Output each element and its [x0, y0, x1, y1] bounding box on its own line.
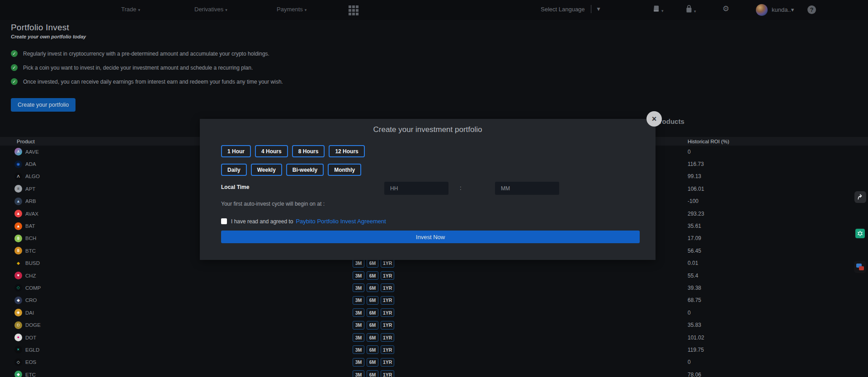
roi-value: 0	[688, 149, 868, 155]
coin-icon: ◇	[14, 284, 22, 292]
period-button-6m[interactable]: 6M	[367, 271, 378, 280]
option-button-8-hours[interactable]: 8 Hours	[292, 145, 325, 157]
period-button-6m[interactable]: 6M	[367, 333, 378, 342]
table-row[interactable]: × EGLD 3M6M1YR 119.75	[0, 344, 868, 356]
user-menu[interactable]: kunda..▾	[772, 6, 794, 13]
option-button-weekly[interactable]: Weekly	[251, 164, 282, 176]
period-buttons: 3M6M1YR	[339, 283, 688, 292]
nav-trade[interactable]: Trade▾	[121, 6, 140, 13]
option-button-12-hours[interactable]: 12 Hours	[329, 145, 364, 157]
product-cell: ◇ COMP	[0, 284, 339, 292]
roi-value: 55.4	[688, 273, 868, 279]
period-button-3m[interactable]: 3M	[353, 370, 364, 377]
create-portfolio-button[interactable]: Create your portfolio	[11, 98, 75, 112]
gpt-widget-icon[interactable]	[854, 227, 866, 240]
coin-symbol: ALGO	[25, 174, 40, 179]
coin-icon: ◈	[14, 309, 22, 316]
coin-symbol: BTC	[25, 248, 36, 254]
coin-symbol: EGLD	[25, 347, 39, 353]
product-cell: ◆ ETC	[0, 371, 339, 377]
option-button-monthly[interactable]: Monthly	[328, 164, 361, 176]
period-button-3m[interactable]: 3M	[353, 259, 364, 268]
period-button-3m[interactable]: 3M	[353, 271, 364, 280]
table-row[interactable]: ◆ CRO 3M6M1YR 68.75	[0, 294, 868, 306]
period-button-1yr[interactable]: 1YR	[381, 321, 394, 330]
modal-title: Create your investment portfolio	[200, 119, 656, 134]
period-buttons: 3M6M1YR	[339, 259, 688, 268]
period-button-6m[interactable]: 6M	[367, 296, 378, 305]
top-navbar: Trade▾ Derivatives▾ Payments▾ Select Lan…	[0, 0, 868, 20]
period-button-6m[interactable]: 6M	[367, 345, 378, 354]
period-button-1yr[interactable]: 1YR	[381, 271, 394, 280]
language-caret-icon[interactable]: ▼	[596, 6, 601, 12]
hour-input[interactable]	[384, 182, 448, 195]
roi-value: 99.13	[688, 173, 868, 179]
option-button-1-hour[interactable]: 1 Hour	[221, 145, 251, 157]
orders-book-icon[interactable]: ▾	[652, 5, 664, 14]
coin-icon: ฿	[14, 235, 22, 242]
period-button-1yr[interactable]: 1YR	[381, 358, 394, 367]
period-button-3m[interactable]: 3M	[353, 345, 364, 354]
coin-symbol: COMP	[25, 285, 41, 291]
coin-icon: ◆	[14, 259, 22, 267]
roi-value: 101.02	[688, 335, 868, 341]
coin-symbol: CHZ	[25, 273, 36, 278]
period-button-3m[interactable]: 3M	[353, 308, 364, 317]
chevron-down-icon: ▾	[791, 6, 794, 13]
period-button-3m[interactable]: 3M	[353, 296, 364, 305]
period-button-1yr[interactable]: 1YR	[381, 296, 394, 305]
table-row[interactable]: ● DOT 3M6M1YR 101.02	[0, 331, 868, 344]
nav-payments[interactable]: Payments▾	[277, 6, 307, 13]
local-time-label: Local Time	[221, 184, 249, 190]
table-row[interactable]: ◇ EOS 3M6M1YR 0	[0, 356, 868, 368]
wallet-bag-icon[interactable]: ▾	[685, 5, 696, 15]
table-row[interactable]: ◈ DAI 3M6M1YR 0	[0, 306, 868, 319]
language-selector[interactable]: Select Language	[541, 6, 585, 13]
apps-grid-icon[interactable]	[349, 5, 359, 15]
product-cell: ◆ BUSD	[0, 259, 339, 267]
period-button-6m[interactable]: 6M	[367, 283, 378, 292]
period-button-3m[interactable]: 3M	[353, 321, 364, 330]
avatar[interactable]	[756, 4, 768, 16]
period-button-6m[interactable]: 6M	[367, 308, 378, 317]
period-button-6m[interactable]: 6M	[367, 321, 378, 330]
period-button-1yr[interactable]: 1YR	[381, 345, 394, 354]
gear-icon[interactable]: ⚙	[722, 4, 729, 14]
period-button-6m[interactable]: 6M	[367, 358, 378, 367]
table-row[interactable]: ♥ CHZ 3M6M1YR 55.4	[0, 269, 868, 282]
gpt-logo-icon	[855, 229, 865, 238]
period-button-3m[interactable]: 3M	[353, 283, 364, 292]
option-button-4-hours[interactable]: 4 Hours	[255, 145, 288, 157]
option-button-bi-weekly[interactable]: Bi-weekly	[286, 164, 324, 176]
table-row[interactable]: ◆ ETC 3M6M1YR 78.06	[0, 368, 868, 377]
period-button-1yr[interactable]: 1YR	[381, 370, 394, 377]
period-button-1yr[interactable]: 1YR	[381, 333, 394, 342]
invest-now-button[interactable]: Invest Now	[221, 231, 640, 243]
period-button-1yr[interactable]: 1YR	[381, 283, 394, 292]
help-icon[interactable]: ?	[807, 5, 816, 14]
period-button-1yr[interactable]: 1YR	[381, 259, 394, 268]
option-button-daily[interactable]: Daily	[221, 164, 247, 176]
coin-symbol: ARB	[25, 198, 36, 204]
period-button-6m[interactable]: 6M	[367, 259, 378, 268]
product-cell: × EGLD	[0, 346, 339, 353]
roi-value: 116.73	[688, 161, 868, 167]
period-button-1yr[interactable]: 1YR	[381, 308, 394, 317]
share-arrow-icon	[857, 193, 864, 201]
table-row[interactable]: ◇ COMP 3M6M1YR 39.38	[0, 282, 868, 294]
coin-icon: ◆	[14, 371, 22, 377]
period-button-6m[interactable]: 6M	[367, 370, 378, 377]
period-buttons: 3M6M1YR	[339, 321, 688, 330]
roi-value: -100	[688, 198, 868, 204]
coin-icon: ▲	[14, 210, 22, 217]
share-widget-icon[interactable]	[854, 191, 866, 203]
agreement-checkbox[interactable]	[221, 218, 227, 224]
period-button-3m[interactable]: 3M	[353, 333, 364, 342]
nav-derivatives[interactable]: Derivatives▾	[194, 6, 227, 13]
chat-widget-icon[interactable]	[854, 261, 866, 273]
table-row[interactable]: Đ DOGE 3M6M1YR 35.83	[0, 319, 868, 331]
agreement-link[interactable]: Paybito Portfolio Invest Agreement	[296, 218, 386, 225]
period-button-3m[interactable]: 3M	[353, 358, 364, 367]
minute-input[interactable]	[495, 182, 559, 195]
close-icon[interactable]: ×	[646, 111, 662, 127]
